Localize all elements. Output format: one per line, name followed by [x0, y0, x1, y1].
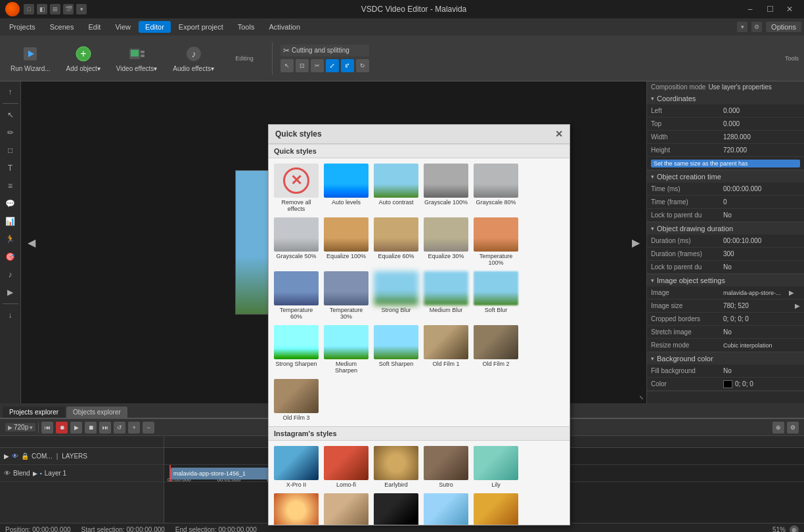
- qs-item-eq-30[interactable]: Equalize 30%: [422, 216, 470, 267]
- qs-item-auto-levels[interactable]: Auto levels: [323, 162, 370, 213]
- play-button[interactable]: ▶: [70, 422, 82, 433]
- zoom-in-button[interactable]: +: [128, 422, 140, 433]
- creation-time-title[interactable]: Object creation time: [647, 171, 804, 183]
- menu-projects[interactable]: Projects: [3, 21, 42, 33]
- qs-item-eq-100[interactable]: Equalize 100%: [323, 216, 370, 267]
- track1-expand-icon[interactable]: ▶: [4, 453, 9, 460]
- track2-vis-icon[interactable]: 👁: [4, 470, 11, 477]
- menu-activation[interactable]: Activation: [262, 21, 307, 33]
- timeline-add-track-btn[interactable]: ⊕: [772, 422, 784, 433]
- cutting-tools[interactable]: ✂ Cutting and splitting: [280, 45, 369, 56]
- sidebar-play-icon[interactable]: ▶: [3, 284, 18, 300]
- track1-vis-icon[interactable]: 👁: [12, 453, 18, 460]
- qs-item-temp-60[interactable]: Temperature 60%: [273, 270, 320, 321]
- sidebar-pencil-icon[interactable]: ✏: [3, 125, 18, 141]
- sidebar-target-icon[interactable]: 🎯: [3, 249, 18, 265]
- qs-item-old-film-1[interactable]: Old Film 1: [422, 324, 470, 375]
- zoom-out-button[interactable]: −: [143, 422, 154, 433]
- sidebar-bubble-icon[interactable]: 💬: [3, 196, 18, 211]
- sidebar-music-icon[interactable]: ♪: [3, 267, 18, 282]
- qs-item-hefe[interactable]: Hefe: [472, 492, 520, 525]
- icon-2[interactable]: ◧: [37, 4, 47, 14]
- coordinates-title[interactable]: Coordinates: [647, 93, 804, 104]
- tool-active-2[interactable]: ⑈: [341, 59, 354, 72]
- loop-button[interactable]: ↺: [114, 422, 125, 433]
- image-settings-title[interactable]: Image object settings: [647, 275, 804, 286]
- qs-item-sutro[interactable]: Sutro: [422, 445, 470, 489]
- qs-close-button[interactable]: ✕: [555, 129, 563, 139]
- add-object-button[interactable]: + Add object▾: [61, 42, 106, 75]
- menu-export[interactable]: Export project: [172, 21, 230, 33]
- qs-item-auto-contrast[interactable]: Auto contrast: [372, 162, 420, 213]
- qs-item-soft-sharpen[interactable]: Soft Sharpen: [372, 324, 420, 375]
- close-button[interactable]: ✕: [780, 2, 799, 16]
- record-button[interactable]: ⏺: [56, 422, 68, 433]
- icon-5[interactable]: ▾: [76, 4, 87, 14]
- tool-cut[interactable]: ✂: [311, 59, 324, 72]
- sidebar-chart-icon[interactable]: 📊: [3, 213, 18, 229]
- tab-projects-explorer[interactable]: Projects explorer: [3, 407, 65, 418]
- qs-item-eq-60[interactable]: Equalize 60%: [372, 216, 420, 267]
- qs-item-medium-blur[interactable]: Medium Blur: [422, 270, 470, 321]
- menu-tools[interactable]: Tools: [231, 21, 261, 33]
- qs-item-strong-sharpen[interactable]: Strong Sharpen: [273, 324, 320, 375]
- qs-item-earlybird[interactable]: Earlybird: [372, 445, 420, 489]
- qs-item-remove-all[interactable]: ✕ Remove all effects: [273, 162, 320, 213]
- run-wizard-button[interactable]: Run Wizard...: [5, 42, 56, 75]
- menu-editor[interactable]: Editor: [139, 21, 171, 33]
- drawing-duration-title[interactable]: Object drawing duration: [647, 223, 804, 234]
- qs-item-old-film-3[interactable]: Old Film 3: [273, 378, 320, 422]
- settings-icon[interactable]: ⚙: [751, 22, 762, 32]
- maximize-button[interactable]: ☐: [761, 2, 779, 16]
- play-next-button[interactable]: ⏭: [99, 422, 111, 433]
- menu-view[interactable]: View: [108, 21, 137, 33]
- qs-item-grayscale-100[interactable]: Grayscale 100%: [422, 162, 470, 213]
- qs-item-soft-blur[interactable]: Soft Blur: [472, 270, 520, 321]
- qs-item-medium-sharpen[interactable]: Medium Sharpen: [323, 324, 370, 375]
- timeline-settings-btn[interactable]: ⚙: [787, 422, 799, 433]
- qs-item-inkwell[interactable]: Inkwell: [372, 492, 420, 525]
- sidebar-arrow-icon[interactable]: ↑: [3, 84, 18, 100]
- sidebar-shape-icon[interactable]: □: [3, 143, 18, 158]
- menu-extra-icon[interactable]: ▾: [737, 22, 748, 32]
- set-same-size-btn[interactable]: Set the same size as the parent has: [651, 160, 800, 167]
- canvas-prev-button[interactable]: ◀: [28, 236, 35, 249]
- qs-item-brannan[interactable]: Brannan: [323, 492, 370, 525]
- sidebar-text-icon[interactable]: T: [3, 160, 18, 176]
- icon-3[interactable]: ⊞: [50, 4, 60, 14]
- zoom-toggle-icon[interactable]: ⊕: [790, 525, 799, 533]
- tool-select[interactable]: ⊡: [296, 59, 309, 72]
- menu-scenes[interactable]: Scenes: [43, 21, 81, 33]
- minimize-button[interactable]: –: [741, 2, 759, 16]
- qs-item-lily[interactable]: Lily: [472, 445, 520, 489]
- tool-active-1[interactable]: ⑇: [326, 59, 339, 72]
- tool-other[interactable]: ↻: [356, 59, 369, 72]
- stop-button[interactable]: ⏹: [85, 422, 97, 433]
- qs-item-walden[interactable]: Walden: [422, 492, 470, 525]
- qs-item-grayscale-80[interactable]: Grayscale 80%: [472, 162, 520, 213]
- track2-arrow-icon[interactable]: ▶: [33, 470, 37, 477]
- options-button[interactable]: Options: [766, 22, 801, 32]
- play-prev-button[interactable]: ⏮: [41, 422, 53, 433]
- qs-item-toaster[interactable]: Toaster: [273, 492, 320, 525]
- tab-objects-explorer[interactable]: Objects explorer: [66, 407, 127, 418]
- sidebar-cursor-icon[interactable]: ↖: [3, 107, 18, 123]
- image-size-btn[interactable]: ▶: [795, 302, 800, 309]
- qs-item-xpro2[interactable]: X-Pro II: [273, 445, 320, 489]
- qs-item-grayscale-50[interactable]: Grayscale 50%: [273, 216, 320, 267]
- qs-item-temp-30[interactable]: Temperature 30%: [323, 270, 370, 321]
- qs-item-temp-100[interactable]: Temperature 100%: [472, 216, 520, 267]
- sidebar-runner-icon[interactable]: 🏃: [3, 231, 18, 247]
- qs-item-old-film-2[interactable]: Old Film 2: [472, 324, 520, 375]
- sidebar-down-icon[interactable]: ↓: [3, 307, 18, 323]
- track1-lock-icon[interactable]: 🔒: [21, 453, 29, 460]
- color-swatch[interactable]: [723, 380, 732, 388]
- video-effects-button[interactable]: Video effects▾: [111, 42, 162, 75]
- qs-panel-content[interactable]: Quick styles ✕ Remove all effects Auto l…: [269, 144, 570, 525]
- qs-item-strong-blur[interactable]: Strong Blur: [372, 270, 420, 321]
- bg-color-title[interactable]: Background color: [647, 353, 804, 365]
- audio-effects-button[interactable]: ♪ Audio effects▾: [168, 42, 219, 75]
- image-edit-icon[interactable]: ▶: [789, 289, 794, 296]
- resolution-dropdown-icon[interactable]: ▾: [30, 424, 33, 431]
- canvas-next-button[interactable]: ▶: [632, 236, 640, 249]
